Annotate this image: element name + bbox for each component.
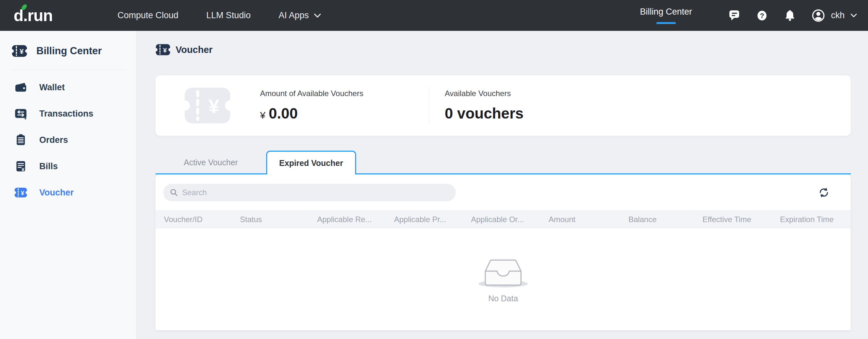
- voucher-ticket-icon: ¥: [14, 186, 28, 199]
- nav-item-label: LLM Studio: [207, 10, 251, 21]
- column-header: Expiration Time: [780, 215, 851, 224]
- sidebar-item-transactions[interactable]: ¥ Transactions: [12, 105, 136, 122]
- column-header: Applicable Re...: [317, 215, 394, 224]
- help-icon: ?: [756, 9, 768, 22]
- username: ckh: [831, 10, 845, 21]
- refresh-button[interactable]: [818, 187, 829, 198]
- svg-text:¥: ¥: [21, 190, 24, 196]
- sidebar: ¥ Billing Center Wallet: [0, 31, 136, 339]
- sidebar-item-label: Wallet: [39, 83, 65, 93]
- svg-text:¥: ¥: [208, 95, 219, 117]
- voucher-ticket-large-icon: ¥: [183, 86, 232, 125]
- page-title: Voucher: [176, 44, 213, 55]
- empty-inbox-icon: [475, 254, 531, 290]
- primary-nav: Compute Cloud LLM Studio AI Apps: [118, 10, 321, 21]
- card-divider: [429, 87, 429, 124]
- column-header: Voucher/ID: [164, 215, 240, 224]
- sidebar-item-voucher[interactable]: ¥ Voucher: [12, 184, 136, 201]
- bell-icon: [784, 9, 796, 22]
- column-header: Amount: [549, 215, 628, 224]
- wallet-icon: [14, 81, 28, 94]
- voucher-tabs: Active Voucher Expired Voucher: [155, 151, 851, 174]
- column-header: Applicable Or...: [471, 215, 549, 224]
- nav-item-label: Compute Cloud: [118, 10, 179, 21]
- sidebar-item-label: Voucher: [39, 188, 74, 198]
- billing-ticket-icon: ¥: [12, 43, 27, 59]
- column-header: Applicable Pr...: [394, 215, 471, 224]
- currency-symbol: ¥: [260, 110, 266, 121]
- topbar-right: Billing Center ?: [640, 7, 857, 24]
- voucher-ticket-icon: ¥: [155, 42, 170, 57]
- metric-value: 0 vouchers: [445, 104, 614, 122]
- tab-active-voucher[interactable]: Active Voucher: [155, 151, 266, 174]
- nav-item-label: Billing Center: [640, 7, 692, 17]
- app-shell: ¥ Billing Center Wallet: [0, 31, 868, 339]
- transactions-icon: ¥: [14, 107, 28, 120]
- search-input[interactable]: [182, 188, 449, 197]
- amount-value: 0.00: [269, 104, 298, 122]
- svg-text:¥: ¥: [24, 116, 27, 120]
- tab-expired-voucher[interactable]: Expired Voucher: [266, 151, 356, 174]
- messages-button[interactable]: [728, 9, 741, 22]
- table-body: No Data: [155, 228, 851, 330]
- empty-state: No Data: [475, 228, 531, 330]
- voucher-summary-card: ¥ Amount of Available Vouchers ¥ 0.00 Av…: [155, 75, 851, 136]
- sidebar-item-label: Orders: [39, 135, 68, 145]
- sidebar-item-bills[interactable]: ¥ Bills: [12, 157, 136, 175]
- svg-text:¥: ¥: [20, 48, 24, 56]
- orders-icon: [14, 133, 28, 147]
- bills-icon: ¥: [14, 159, 28, 173]
- search-box[interactable]: [163, 184, 456, 201]
- table-header-row: Voucher/ID Status Applicable Re... Appli…: [155, 210, 851, 228]
- svg-text:?: ?: [760, 11, 764, 20]
- sidebar-header: ¥ Billing Center: [12, 43, 136, 59]
- help-button[interactable]: ?: [756, 9, 769, 22]
- chevron-down-icon: [850, 13, 857, 18]
- voucher-table-panel: Voucher/ID Status Applicable Re... Appli…: [155, 174, 851, 330]
- sidebar-item-label: Transactions: [39, 109, 93, 119]
- sidebar-divider: [12, 70, 126, 70]
- active-nav-underline: [656, 22, 676, 24]
- chat-icon: [728, 9, 740, 22]
- user-menu[interactable]: ckh: [811, 9, 857, 22]
- avatar-icon: [811, 9, 825, 22]
- metric-label: Available Vouchers: [445, 89, 614, 98]
- svg-text:¥: ¥: [22, 166, 24, 172]
- brand-logo-text: d.run: [13, 6, 53, 25]
- svg-text:¥: ¥: [163, 47, 167, 54]
- nav-item-label: AI Apps: [279, 10, 309, 21]
- metric-value: ¥ 0.00: [260, 104, 429, 122]
- search-icon: [170, 188, 178, 197]
- page-header: ¥ Voucher: [155, 42, 851, 57]
- topbar: d.run Compute Cloud LLM Studio AI Apps B…: [0, 0, 868, 31]
- sidebar-item-wallet[interactable]: Wallet: [12, 79, 136, 96]
- nav-item-ai-apps[interactable]: AI Apps: [279, 10, 321, 21]
- nav-item-billing-center[interactable]: Billing Center: [640, 7, 692, 24]
- metric-available-amount: Amount of Available Vouchers ¥ 0.00: [260, 89, 429, 122]
- metric-label: Amount of Available Vouchers: [260, 89, 429, 98]
- tab-label: Expired Voucher: [279, 158, 343, 168]
- tab-label: Active Voucher: [184, 158, 238, 167]
- chevron-down-icon: [314, 13, 321, 18]
- count-value: 0 vouchers: [445, 104, 524, 122]
- sidebar-item-label: Bills: [39, 161, 58, 172]
- column-header: Status: [240, 215, 317, 224]
- column-header: Effective Time: [703, 215, 780, 224]
- metric-available-count: Available Vouchers 0 vouchers: [445, 89, 614, 122]
- main-content: ¥ Voucher ¥ Amount of Available Vouchers…: [136, 31, 868, 339]
- column-header: Balance: [628, 215, 703, 224]
- refresh-icon: [818, 187, 829, 198]
- empty-state-label: No Data: [488, 294, 518, 303]
- table-toolbar: [155, 174, 851, 210]
- brand-logo[interactable]: d.run: [13, 6, 53, 25]
- nav-item-llm-studio[interactable]: LLM Studio: [207, 10, 251, 21]
- nav-item-compute-cloud[interactable]: Compute Cloud: [118, 10, 179, 21]
- notifications-button[interactable]: [784, 9, 797, 22]
- sidebar-item-orders[interactable]: Orders: [12, 131, 136, 149]
- sidebar-title: Billing Center: [36, 45, 102, 57]
